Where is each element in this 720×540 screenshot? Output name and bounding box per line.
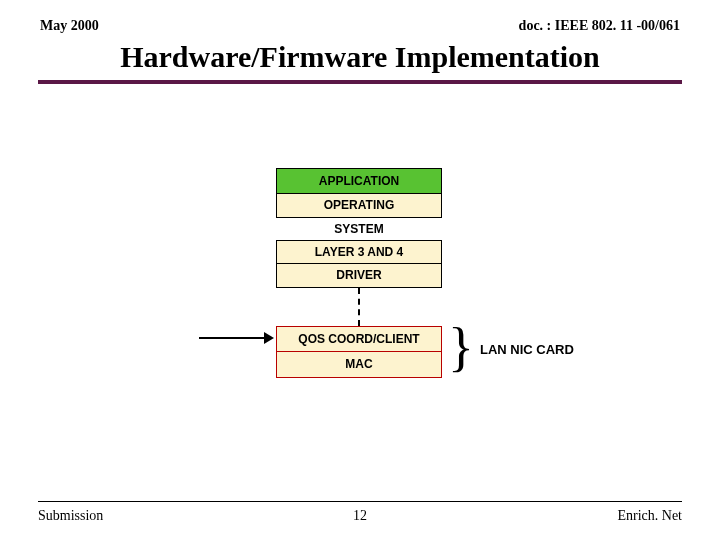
footer-left: Submission xyxy=(38,508,103,524)
footer-right: Enrich. Net xyxy=(617,508,682,524)
qos-box: QOS COORD/CLIENT xyxy=(276,326,442,352)
operating-box: OPERATING xyxy=(276,194,442,218)
footer-divider xyxy=(38,501,682,502)
header-date: May 2000 xyxy=(40,18,99,34)
stack-upper: APPLICATION OPERATING SYSTEM LAYER 3 AND… xyxy=(276,168,442,288)
header-doc-ref: doc. : IEEE 802. 11 -00/061 xyxy=(519,18,680,34)
page-number: 12 xyxy=(353,508,367,524)
header-row: May 2000 doc. : IEEE 802. 11 -00/061 xyxy=(0,0,720,34)
footer-row: Submission 12 Enrich. Net xyxy=(38,508,682,524)
page-title: Hardware/Firmware Implementation xyxy=(0,40,720,74)
driver-box: DRIVER xyxy=(276,264,442,288)
mac-box: MAC xyxy=(276,352,442,378)
dashed-connector xyxy=(358,288,360,326)
layer34-box: LAYER 3 AND 4 xyxy=(276,240,442,264)
arrow-head-icon xyxy=(264,332,274,344)
system-label: SYSTEM xyxy=(276,218,442,240)
application-box: APPLICATION xyxy=(276,168,442,194)
brace-icon: } xyxy=(448,320,474,374)
diagram: APPLICATION OPERATING SYSTEM LAYER 3 AND… xyxy=(0,84,720,444)
arrow-line xyxy=(199,337,265,339)
stack-lower: QOS COORD/CLIENT MAC xyxy=(276,326,442,378)
lan-nic-label: LAN NIC CARD xyxy=(480,342,574,357)
